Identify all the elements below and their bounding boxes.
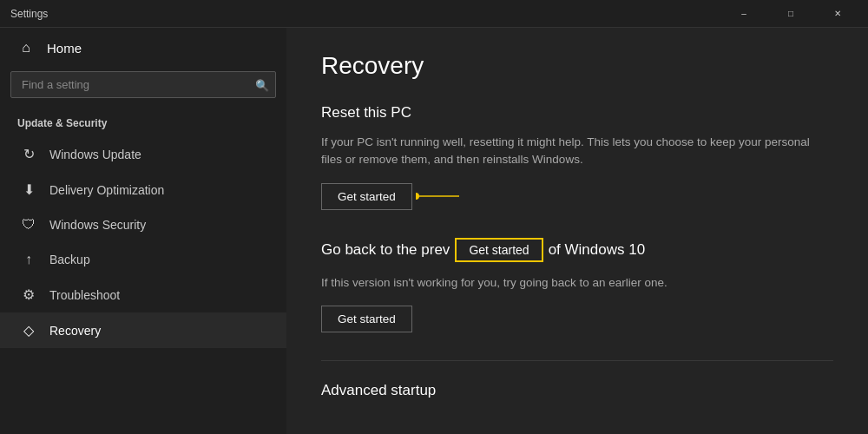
search-box: 🔍 — [10, 71, 276, 98]
sidebar-item-label: Troubleshoot — [49, 288, 120, 302]
go-back-heading: Go back to the prev Get started of Windo… — [321, 238, 833, 262]
advanced-startup-heading: Advanced startup — [321, 382, 833, 399]
reset-get-started-button[interactable]: Get started — [321, 183, 412, 210]
minimize-button[interactable]: – — [724, 0, 764, 28]
titlebar-title: Settings — [10, 8, 724, 20]
svg-point-1 — [416, 193, 419, 200]
close-button[interactable]: ✕ — [818, 0, 858, 28]
sidebar-item-backup[interactable]: ↑ Backup — [0, 242, 286, 277]
windows-update-icon: ↻ — [20, 146, 37, 162]
delivery-optimization-icon: ⬇ — [20, 181, 37, 198]
advanced-startup-section: Advanced startup — [321, 382, 833, 399]
troubleshoot-icon: ⚙ — [20, 286, 37, 303]
main-layout: ⌂ Home 🔍 Update & Security ↻ Windows Upd… — [0, 28, 868, 434]
backup-icon: ↑ — [20, 252, 37, 267]
go-back-after-text: of Windows 10 — [549, 241, 646, 259]
reset-pc-heading: Reset this PC — [321, 104, 833, 122]
sidebar-item-home[interactable]: ⌂ Home — [0, 28, 286, 68]
sidebar-item-label: Windows Security — [49, 218, 146, 232]
sidebar-item-label: Recovery — [49, 324, 101, 338]
reset-pc-section: Reset this PC If your PC isn't running w… — [321, 104, 833, 210]
home-icon: ⌂ — [17, 40, 35, 56]
sidebar-item-windows-update[interactable]: ↻ Windows Update — [0, 136, 286, 172]
sidebar-item-label: Delivery Optimization — [49, 183, 164, 197]
sidebar-item-troubleshoot[interactable]: ⚙ Troubleshoot — [0, 277, 286, 312]
sidebar-item-label: Backup — [49, 253, 90, 266]
go-back-section: Go back to the prev Get started of Windo… — [321, 238, 833, 332]
reset-pc-description: If your PC isn't running well, resetting… — [321, 134, 825, 169]
sidebar-item-recovery[interactable]: ◇ Recovery — [0, 312, 286, 348]
go-back-get-started-button[interactable]: Get started — [455, 238, 542, 262]
section-divider — [321, 360, 833, 361]
home-label: Home — [47, 41, 82, 56]
reset-btn-wrapper: Get started — [321, 183, 412, 210]
search-icon[interactable]: 🔍 — [255, 78, 269, 91]
sidebar-item-windows-security[interactable]: 🛡 Windows Security — [0, 207, 286, 242]
windows-security-icon: 🛡 — [20, 217, 37, 233]
go-back-description: If this version isn't working for you, t… — [321, 274, 825, 292]
section-header: Update & Security — [0, 108, 286, 136]
page-title: Recovery — [321, 52, 833, 80]
go-back-before-text: Go back to the prev — [321, 241, 450, 259]
titlebar: Settings – □ ✕ — [0, 0, 868, 28]
sidebar: ⌂ Home 🔍 Update & Security ↻ Windows Upd… — [0, 28, 286, 434]
go-back-get-started-button-2[interactable]: Get started — [321, 306, 412, 332]
recovery-icon: ◇ — [20, 322, 37, 339]
arrow-indicator — [416, 187, 468, 205]
sidebar-item-label: Windows Update — [49, 148, 141, 161]
sidebar-item-delivery-optimization[interactable]: ⬇ Delivery Optimization — [0, 172, 286, 207]
search-input[interactable] — [10, 71, 276, 98]
titlebar-controls: – □ ✕ — [724, 0, 858, 28]
maximize-button[interactable]: □ — [771, 0, 811, 28]
arrow-line — [416, 187, 468, 205]
content-area: Recovery Reset this PC If your PC isn't … — [286, 28, 868, 434]
